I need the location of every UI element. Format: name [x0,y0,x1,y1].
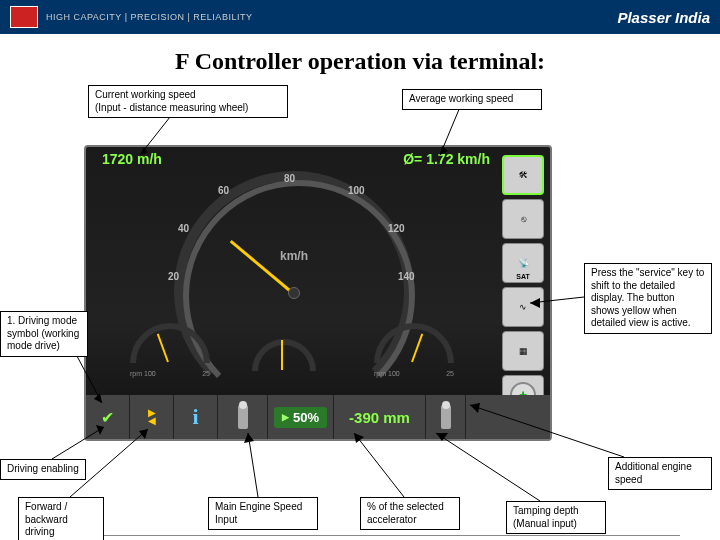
tamping-depth-cell[interactable]: -390 mm [334,395,426,439]
mode-button[interactable]: ⎋ [502,199,544,239]
left-rpm-min: rpm 100 [130,370,156,377]
svg-line-16 [436,433,540,501]
callout-pct-accelerator: % of the selected accelerator [360,497,460,530]
sat-button[interactable]: 📡 [502,243,544,283]
callout-average-working-speed: Average working speed [402,89,542,110]
callout-forward-backward: Forward / backward driving [18,497,104,540]
mode-icon: ⎋ [521,214,526,224]
brand-name: Plasser India [617,9,710,26]
average-speed-value: Ø= 1.72 km/h [403,151,490,167]
info-cell[interactable]: i [174,395,218,439]
callout-service-key: Press the "service" key to shift to the … [584,263,712,334]
extra-lever-cell[interactable] [426,395,466,439]
svg-line-14 [354,433,404,497]
tick-80: 80 [284,173,295,184]
pct-value: 50% [293,410,319,425]
accelerator-pct-cell[interactable]: 50% [268,395,334,439]
callout-tamping-depth: Tamping depth (Manual input) [506,501,606,534]
main-speedometer: km/h 20 40 60 80 100 120 140 [174,171,414,319]
hy-button[interactable]: 🛠 [502,155,544,195]
callout-additional-engine: Additional engine speed [608,457,712,490]
right-rpm-gauge: rpm 10025 [374,323,454,373]
track-button[interactable]: ▦ [502,331,544,371]
right-rpm-min: rpm 100 [374,370,400,377]
hy-icon: 🛠 [519,170,528,180]
kmh-label: km/h [280,249,308,263]
right-rpm-max: 25 [446,370,454,377]
diagram-stage: Current working speed (Input - distance … [0,83,720,533]
header-bar: HIGH CAPACITY | PRECISION | RELIABILITY … [0,0,720,34]
tick-120: 120 [388,223,405,234]
wave-icon: ∿ [519,302,527,312]
callout-current-working-speed: Current working speed (Input - distance … [88,85,288,118]
callout-driving-enabling: Driving enabling [0,459,86,480]
tagline: HIGH CAPACITY | PRECISION | RELIABILITY [46,12,252,22]
track-icon: ▦ [519,346,528,356]
tick-100: 100 [348,185,365,196]
terminal-screen: 1720 m/h Ø= 1.72 km/h km/h 20 40 60 80 1… [84,145,552,441]
lever-icon [238,405,248,429]
page-title: F Controller operation via terminal: [0,48,720,75]
tick-140: 140 [398,271,415,282]
direction-arrows-icon: ▶◀ [148,409,156,425]
brand-logo [10,6,38,28]
check-icon: ✔ [101,408,114,427]
tick-40: 40 [178,223,189,234]
bottom-toolbar: ✔ ▶◀ i 50% -390 mm [86,395,550,439]
satellite-icon: 📡 [518,258,529,268]
service-button[interactable]: ∿ [502,287,544,327]
current-speed-value: 1720 m/h [102,151,162,167]
lever2-icon [441,405,451,429]
left-rpm-max: 25 [202,370,210,377]
driving-enable-cell[interactable]: ✔ [86,395,130,439]
tick-60: 60 [218,185,229,196]
svg-line-12 [248,433,258,497]
info-icon: i [192,404,198,430]
center-mini-gauge [252,339,316,389]
callout-driving-mode: 1. Driving mode symbol (working mode dri… [0,311,88,357]
left-rpm-gauge: rpm 10025 [130,323,210,373]
direction-cell[interactable]: ▶◀ [130,395,174,439]
side-button-column: 🛠 ⎋ 📡 ∿ ▦ + [502,155,544,415]
mm-value: -390 mm [349,409,410,426]
callout-main-engine-speed: Main Engine Speed Input [208,497,318,530]
engine-lever-cell[interactable] [218,395,268,439]
tick-20: 20 [168,271,179,282]
